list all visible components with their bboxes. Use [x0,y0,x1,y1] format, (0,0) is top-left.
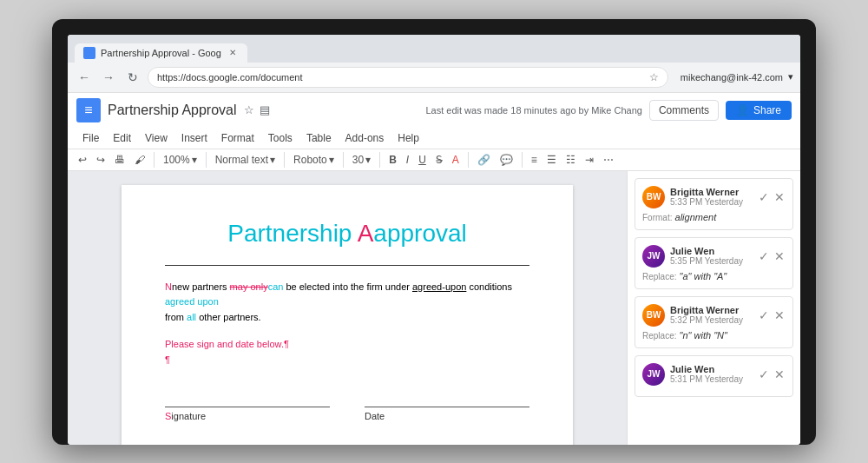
toolbar-divider-4 [343,152,344,168]
date-line-2 [365,439,529,444]
comment-time-2: 5:35 PM Yesterday [670,256,753,266]
bold-button[interactable]: B [385,152,400,168]
menu-format[interactable]: Format [215,129,260,147]
menu-insert[interactable]: Insert [175,129,214,147]
close-comment-4[interactable]: ✕ [773,367,786,382]
refresh-button[interactable]: ↻ [123,68,142,87]
align-left-button[interactable]: ≡ [528,152,541,168]
comment-card-4: JW Julie Wen 5:31 PM Yesterday ✓ ✕ [635,355,793,397]
toolbar-divider-2 [206,152,207,168]
share-button[interactable]: 👤 Share [726,101,792,120]
style-select[interactable]: Normal text ▾ [212,152,279,168]
paint-format-button[interactable]: 🖌 [131,152,148,168]
back-button[interactable]: ← [75,68,94,87]
link-button[interactable]: 🔗 [474,152,494,168]
undo-button[interactable]: ↩ [75,152,90,168]
date-field-1: Date [365,388,529,421]
date-label-1: Date [365,411,529,421]
sign-instruction: Please sign and date below.¶ ¶ [165,337,529,367]
doc-title-suffix: approval [373,220,466,247]
comment-card-2: JW Julie Wen 5:35 PM Yesterday ✓ ✕ Repla… [635,237,793,289]
close-comment-1[interactable]: ✕ [773,189,786,205]
comment-button[interactable]: 💬 [496,152,516,168]
comment-author-2: Julie Wen [670,246,753,256]
comment-time-4: 5:31 PM Yesterday [670,374,753,384]
comment-actions-3: ✓ ✕ [758,308,786,323]
comment-actions-1: ✓ ✕ [758,189,786,205]
title-icons: ☆ ▤ [244,103,270,116]
toolbar-divider-6 [468,152,469,168]
folder-icon[interactable]: ▤ [260,103,270,116]
doc-title-highlight-a: A [358,220,374,247]
menu-tools[interactable]: Tools [262,129,299,147]
sign-section: Signature Date [165,388,529,444]
comment-label-3: Replace: [642,331,676,341]
more-button[interactable]: ⋯ [600,152,617,168]
approve-comment-3[interactable]: ✓ [758,308,770,323]
comment-header-3: BW Brigitta Werner 5:32 PM Yesterday ✓ ✕ [642,304,786,327]
browser-tab[interactable]: Partnership Approval - Goog ✕ [75,43,247,63]
comments-button[interactable]: Comments [649,100,719,121]
sign-row-1: Signature Date [165,388,529,421]
strikethrough-mayonly: may only [230,281,268,292]
signature-line-2 [165,439,330,444]
cyan-agreedupon: agreed upon [165,296,219,307]
comment-label-1: Format: [642,213,672,222]
underline-button[interactable]: U [415,152,430,168]
comment-label-2: Replace: [642,272,676,281]
text-color-button[interactable]: A [449,152,463,168]
print-button[interactable]: 🖶 [111,152,128,168]
menu-view[interactable]: View [139,129,174,147]
document-area[interactable]: Partnership Aapproval Nnew partners may … [68,171,627,445]
comment-meta-3: Brigitta Werner 5:32 PM Yesterday [670,305,753,325]
list-button[interactable]: ☷ [562,152,579,168]
zoom-control[interactable]: 100% ▾ [160,152,201,168]
menu-table[interactable]: Table [300,129,338,147]
toolbar-divider-3 [284,152,285,168]
approve-comment-4[interactable]: ✓ [758,367,770,382]
comments-panel: BW Brigitta Werner 5:33 PM Yesterday ✓ ✕… [627,171,800,445]
toolbar: ↩ ↪ 🖶 🖌 100% ▾ Normal text ▾ Roboto ▾ 30… [68,149,800,170]
close-comment-3[interactable]: ✕ [773,308,786,323]
share-label: Share [753,104,781,116]
menu-file[interactable]: File [76,129,105,147]
document-title[interactable]: Partnership Approval [108,103,237,118]
font-size[interactable]: 30 ▾ [349,152,374,168]
strikethrough-button[interactable]: S̶ [432,152,446,168]
avatar-julie-2: JW [642,363,665,386]
star-icon[interactable]: ☆ [244,103,254,116]
comment-card-1: BW Brigitta Werner 5:33 PM Yesterday ✓ ✕… [635,178,793,230]
comment-card-3: BW Brigitta Werner 5:32 PM Yesterday ✓ ✕… [635,296,793,348]
tab-title: Partnership Approval - Goog [101,48,221,58]
user-dropdown-icon[interactable]: ▾ [788,71,793,83]
close-comment-2[interactable]: ✕ [773,248,786,264]
toolbar-divider-1 [154,152,155,168]
user-area: mikechang@ink-42.com ▾ [681,71,793,83]
body-paragraph-1-cont: from all other partners. [165,310,529,326]
menu-help[interactable]: Help [391,129,425,147]
signature-label-1: Signature [165,411,330,421]
avatar-brigitta-2: BW [642,304,665,327]
comment-meta-1: Brigitta Werner 5:33 PM Yesterday [670,187,753,207]
align-center-button[interactable]: ☰ [543,152,560,168]
italic-button[interactable]: I [403,152,412,168]
address-bar-row: ← → ↻ https://docs.google.com/document ☆… [68,63,800,93]
address-bar[interactable]: https://docs.google.com/document ☆ [148,67,668,88]
comment-time-3: 5:32 PM Yesterday [670,315,753,325]
toolbar-divider-7 [522,152,523,168]
approve-comment-2[interactable]: ✓ [758,248,770,264]
tab-favicon [83,47,95,59]
approve-comment-1[interactable]: ✓ [758,189,770,205]
menu-edit[interactable]: Edit [107,129,137,147]
inserted-can: can [268,281,284,292]
menu-addons[interactable]: Add-ons [339,129,391,147]
bookmark-icon[interactable]: ☆ [649,71,659,83]
indent-button[interactable]: ⇥ [582,152,597,168]
font-select[interactable]: Roboto ▾ [290,152,338,168]
comment-value-1: alignment [675,212,717,222]
comment-value-3: "n" with "N" [680,330,727,341]
comment-meta-4: Julie Wen 5:31 PM Yesterday [670,364,753,384]
forward-button[interactable]: → [99,68,118,87]
redo-button[interactable]: ↪ [93,152,108,168]
tab-close-button[interactable]: ✕ [227,47,239,59]
